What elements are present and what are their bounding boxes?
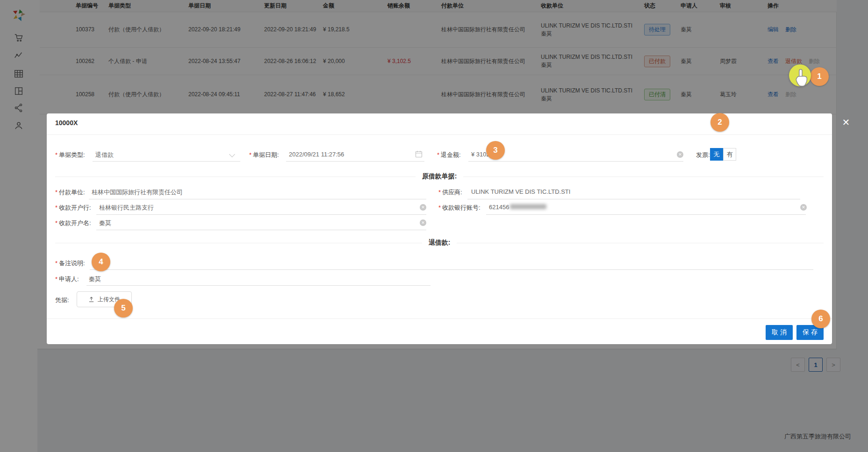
doc-type-label: *单据类型: <box>55 151 85 159</box>
bank-account-input[interactable]: 621456 <box>489 204 546 211</box>
field-underline <box>467 199 800 199</box>
required-mark: * <box>55 275 57 282</box>
step-badge-1: 1 <box>810 67 829 86</box>
cancel-button[interactable]: 取 消 <box>766 325 793 340</box>
doc-type-select[interactable]: 退借款 <box>95 151 114 159</box>
required-mark: * <box>438 189 441 196</box>
account-name-input[interactable]: 秦莫 <box>99 219 111 227</box>
required-mark: * <box>249 151 251 158</box>
supplier-input[interactable]: ULINK TURIZM VE DIS TIC.LTD.STI <box>471 188 570 195</box>
required-mark: * <box>437 151 439 158</box>
voucher-label: 凭据: <box>55 296 69 304</box>
hand-cursor-icon <box>794 69 808 88</box>
clear-field-icon[interactable]: ✕ <box>800 204 807 211</box>
divider <box>47 134 832 135</box>
refund-amount-label: *退金额: <box>437 151 461 159</box>
step-badge-4: 4 <box>92 253 110 271</box>
close-icon[interactable]: ✕ <box>840 117 852 128</box>
remark-label: *备注说明: <box>55 259 85 268</box>
chevron-down-icon[interactable] <box>229 151 235 157</box>
divider <box>47 318 832 319</box>
bank-account-label: *收款银行账号: <box>438 204 481 212</box>
invoice-option-yes[interactable]: 有 <box>723 148 736 161</box>
modal-title: 10000X <box>55 119 78 127</box>
supplier-label: *供应商: <box>438 188 462 197</box>
field-underline <box>89 199 426 199</box>
doc-date-input[interactable]: 2022/09/21 11:27:56 <box>289 151 344 158</box>
calendar-icon[interactable] <box>415 150 423 158</box>
bank-branch-input[interactable]: 桂林银行民主路支行 <box>99 204 154 212</box>
field-underline <box>486 214 806 215</box>
payer-input[interactable]: 桂林中国国际旅行社有限责任公司 <box>92 188 183 197</box>
field-underline <box>96 214 426 215</box>
required-mark: * <box>438 204 441 211</box>
field-underline <box>93 161 240 162</box>
payer-label: *付款单位: <box>55 188 85 197</box>
field-underline <box>96 230 426 230</box>
step-badge-3: 3 <box>486 141 505 160</box>
refund-loan-modal: 10000X *单据类型: 退借款 *单据日期: 2022/09/21 11:2… <box>47 113 832 344</box>
required-mark: * <box>55 219 57 226</box>
step-badge-5: 5 <box>114 299 133 318</box>
field-underline <box>86 285 430 286</box>
required-mark: * <box>55 151 57 158</box>
account-name-label: *收款开户名: <box>55 219 91 227</box>
field-underline <box>468 161 683 162</box>
clear-field-icon[interactable]: ✕ <box>420 204 426 211</box>
step-badge-6: 6 <box>811 310 830 328</box>
masked-digits <box>510 204 546 209</box>
section-original-loan: 原借款单据: <box>55 172 824 181</box>
invoice-option-none[interactable]: 无 <box>710 148 723 161</box>
applicant-input[interactable]: 秦莫 <box>89 275 101 283</box>
required-mark: * <box>55 260 57 267</box>
section-refund-loan: 退借款: <box>55 239 824 247</box>
doc-date-label: *单据日期: <box>249 151 279 159</box>
field-underline <box>90 269 813 270</box>
required-mark: * <box>55 189 57 196</box>
upload-icon <box>88 297 94 303</box>
required-mark: * <box>55 204 57 211</box>
field-underline <box>286 161 424 162</box>
applicant-label: *申请人: <box>55 275 79 283</box>
bank-branch-label: *收款开户行: <box>55 204 91 212</box>
clear-field-icon[interactable]: ✕ <box>420 219 426 226</box>
invoice-label: 发票: <box>696 151 710 159</box>
step-badge-2: 2 <box>710 113 729 132</box>
clear-field-icon[interactable]: ✕ <box>677 151 683 158</box>
